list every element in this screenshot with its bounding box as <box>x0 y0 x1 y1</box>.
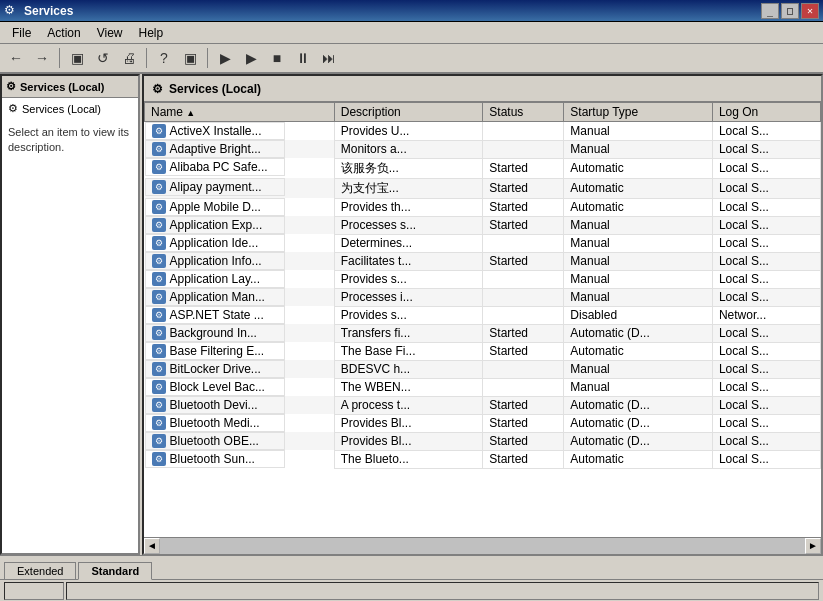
service-name-cell: ⚙Adaptive Bright... <box>145 140 285 158</box>
service-icon: ⚙ <box>152 236 166 250</box>
table-row[interactable]: ⚙BitLocker Drive...BDESVC h...ManualLoca… <box>145 360 821 378</box>
service-desc-cell: Processes i... <box>334 288 483 306</box>
service-desc-cell: 该服务负... <box>334 158 483 178</box>
service-logon-cell: Networ... <box>712 306 820 324</box>
service-desc-cell: Determines... <box>334 234 483 252</box>
menu-help[interactable]: Help <box>131 24 172 42</box>
service-name-cell: ⚙Bluetooth Devi... <box>145 396 285 414</box>
service-icon: ⚙ <box>152 380 166 394</box>
col-header-status[interactable]: Status <box>483 103 564 122</box>
col-logon-label: Log On <box>719 105 758 119</box>
service-startup-cell: Automatic <box>564 450 713 468</box>
tab-extended[interactable]: Extended <box>4 562 76 579</box>
horizontal-scrollbar[interactable]: ◄ ► <box>144 537 821 553</box>
description-text: Select an item to view its description. <box>8 126 129 153</box>
table-row[interactable]: ⚙Application Lay...Provides s...ManualLo… <box>145 270 821 288</box>
service-name-cell: ⚙ASP.NET State ... <box>145 306 285 324</box>
table-row[interactable]: ⚙Block Level Bac...The WBEN...ManualLoca… <box>145 378 821 396</box>
table-row[interactable]: ⚙Bluetooth Sun...The Blueto...StartedAut… <box>145 450 821 468</box>
menu-action[interactable]: Action <box>39 24 88 42</box>
service-status-cell <box>483 234 564 252</box>
pause-button[interactable]: ⏸ <box>291 46 315 70</box>
table-row[interactable]: ⚙Application Man...Processes i...ManualL… <box>145 288 821 306</box>
tab-standard[interactable]: Standard <box>78 562 152 580</box>
col-header-desc[interactable]: Description <box>334 103 483 122</box>
table-row[interactable]: ⚙ActiveX Installe...Provides U...ManualL… <box>145 122 821 141</box>
status-bar <box>0 579 823 601</box>
scroll-left-button[interactable]: ◄ <box>144 538 160 554</box>
table-row[interactable]: ⚙Bluetooth OBE...Provides Bl...StartedAu… <box>145 432 821 450</box>
service-status-cell: Started <box>483 414 564 432</box>
service-name: ASP.NET State ... <box>170 308 264 322</box>
left-panel-header: ⚙ Services (Local) <box>2 76 138 98</box>
table-row[interactable]: ⚙Adaptive Bright...Monitors a...ManualLo… <box>145 140 821 158</box>
table-row[interactable]: ⚙Apple Mobile D...Provides th...StartedA… <box>145 198 821 216</box>
service-status-cell: Started <box>483 216 564 234</box>
play-button[interactable]: ▶ <box>213 46 237 70</box>
service-status-cell: Started <box>483 432 564 450</box>
services-local-label: Services (Local) <box>22 103 101 115</box>
table-row[interactable]: ⚙Bluetooth Devi...A process t...StartedA… <box>145 396 821 414</box>
table-row[interactable]: ⚙Application Info...Facilitates t...Star… <box>145 252 821 270</box>
minimize-button[interactable]: _ <box>761 3 779 19</box>
forward-button[interactable]: → <box>30 46 54 70</box>
table-row[interactable]: ⚙Application Ide...Determines...ManualLo… <box>145 234 821 252</box>
maximize-button[interactable]: □ <box>781 3 799 19</box>
service-startup-cell: Manual <box>564 140 713 158</box>
service-logon-cell: Local S... <box>712 122 820 141</box>
service-name-cell: ⚙Background In... <box>145 324 285 342</box>
toolbar: ← → ▣ ↺ 🖨 ? ▣ ▶ ▶ ■ ⏸ ⏭ <box>0 44 823 74</box>
table-row[interactable]: ⚙Application Exp...Processes s...Started… <box>145 216 821 234</box>
service-desc-cell: A process t... <box>334 396 483 414</box>
print-button[interactable]: 🖨 <box>117 46 141 70</box>
right-panel: ⚙ Services (Local) Name Description <box>142 74 823 555</box>
service-desc-cell: Facilitates t... <box>334 252 483 270</box>
service-logon-cell: Local S... <box>712 450 820 468</box>
service-icon: ⚙ <box>152 362 166 376</box>
table-row[interactable]: ⚙Background In...Transfers fi...StartedA… <box>145 324 821 342</box>
service-name: Alibaba PC Safe... <box>170 160 268 174</box>
table-row[interactable]: ⚙Alipay payment...为支付宝...StartedAutomati… <box>145 178 821 198</box>
services-table-container[interactable]: Name Description Status Startup Type <box>144 102 821 537</box>
service-logon-cell: Local S... <box>712 396 820 414</box>
col-header-name[interactable]: Name <box>145 103 335 122</box>
col-header-logon[interactable]: Log On <box>712 103 820 122</box>
restart-button[interactable]: ⏭ <box>317 46 341 70</box>
stop-button[interactable]: ■ <box>265 46 289 70</box>
service-startup-cell: Manual <box>564 270 713 288</box>
col-startup-label: Startup Type <box>570 105 638 119</box>
table-row[interactable]: ⚙Alibaba PC Safe...该服务负...StartedAutomat… <box>145 158 821 178</box>
help-button[interactable]: ? <box>152 46 176 70</box>
service-desc-cell: The Base Fi... <box>334 342 483 360</box>
service-logon-cell: Local S... <box>712 140 820 158</box>
menu-file[interactable]: File <box>4 24 39 42</box>
show-hide-button[interactable]: ▣ <box>65 46 89 70</box>
col-header-startup[interactable]: Startup Type <box>564 103 713 122</box>
menu-view[interactable]: View <box>89 24 131 42</box>
service-logon-cell: Local S... <box>712 216 820 234</box>
back-button[interactable]: ← <box>4 46 28 70</box>
scrollbar-track[interactable] <box>160 538 805 554</box>
service-icon: ⚙ <box>152 416 166 430</box>
scroll-right-button[interactable]: ► <box>805 538 821 554</box>
table-row[interactable]: ⚙Bluetooth Medi...Provides Bl...StartedA… <box>145 414 821 432</box>
play2-button[interactable]: ▶ <box>239 46 263 70</box>
toolbar-sep-1 <box>59 48 60 68</box>
left-nav-services-local[interactable]: ⚙ Services (Local) <box>2 98 138 119</box>
service-name: Application Ide... <box>170 236 259 250</box>
service-desc-cell: The Blueto... <box>334 450 483 468</box>
service-icon: ⚙ <box>152 434 166 448</box>
properties-button[interactable]: ▣ <box>178 46 202 70</box>
table-row[interactable]: ⚙ASP.NET State ...Provides s...DisabledN… <box>145 306 821 324</box>
service-name: Bluetooth Devi... <box>170 398 258 412</box>
service-startup-cell: Manual <box>564 288 713 306</box>
service-startup-cell: Manual <box>564 234 713 252</box>
service-logon-cell: Local S... <box>712 252 820 270</box>
service-desc-cell: Provides th... <box>334 198 483 216</box>
refresh-button[interactable]: ↺ <box>91 46 115 70</box>
service-name: Bluetooth Sun... <box>170 452 255 466</box>
service-name: Adaptive Bright... <box>170 142 261 156</box>
close-button[interactable]: ✕ <box>801 3 819 19</box>
service-icon: ⚙ <box>152 290 166 304</box>
table-row[interactable]: ⚙Base Filtering E...The Base Fi...Starte… <box>145 342 821 360</box>
